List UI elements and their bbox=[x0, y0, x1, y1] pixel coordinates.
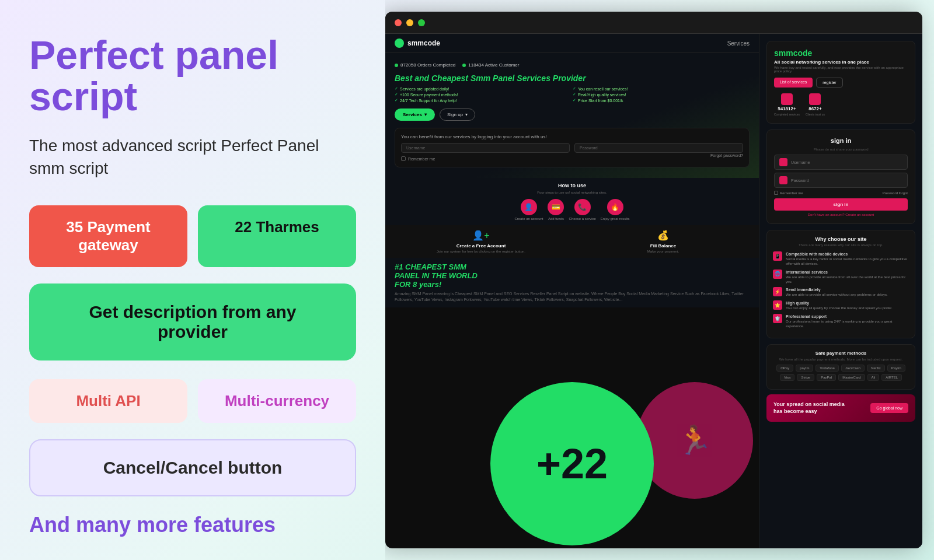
why-item-3: ⚡ Send immediately We are able to provid… bbox=[773, 287, 909, 298]
side-btn-row: List of services register bbox=[774, 78, 908, 88]
side-tagline: All social networking services in one pl… bbox=[774, 60, 908, 65]
remember-me[interactable]: Remember me bbox=[401, 156, 435, 161]
pay-mc: MasterCard bbox=[838, 374, 865, 381]
pink-circle: 🏃 bbox=[636, 382, 753, 499]
why-icon-1: 📱 bbox=[773, 251, 782, 261]
mockup-side: smmcode All social networking services i… bbox=[759, 34, 922, 548]
why-text-4: High quality You can enjoy all quality b… bbox=[786, 300, 893, 311]
how-to-section: How to use Four steps to use us! social … bbox=[385, 178, 759, 225]
why-icon-3: ⚡ bbox=[773, 287, 782, 296]
pay-jazz: JazzCash bbox=[841, 365, 865, 372]
sign-in-btn[interactable]: sign in bbox=[774, 198, 908, 211]
why-item-1: 📱 Compatible with mobile devices Social … bbox=[773, 251, 909, 267]
why-card: Why choose our site There are many reaso… bbox=[766, 230, 915, 338]
feature-2: You can resell our services! bbox=[573, 86, 750, 91]
step-2-icon: 💳 bbox=[548, 199, 564, 215]
get-description-button[interactable]: Get description from any provider bbox=[29, 284, 356, 360]
stat-dot bbox=[395, 64, 398, 67]
why-item-4: ⭐ High quality You can enjoy all quality… bbox=[773, 300, 909, 311]
main-title: Perfect panel script bbox=[29, 34, 356, 118]
pay-visa: Visa bbox=[780, 374, 795, 381]
pay-paypal: PayPal bbox=[817, 374, 836, 381]
api-row: Multi API Multi-currency bbox=[29, 379, 356, 423]
how-title: How to use bbox=[395, 183, 750, 188]
stat-num-1: 541812+ bbox=[778, 106, 796, 111]
signup-btn[interactable]: Sign up ▾ bbox=[440, 108, 475, 121]
left-panel: Perfect panel script The most advanced s… bbox=[0, 0, 385, 560]
maximize-dot bbox=[418, 19, 425, 26]
payment-card: Safe payment methods We have all the pop… bbox=[766, 344, 915, 390]
stat-clients: 8672+ Clients trust us bbox=[806, 93, 825, 116]
stat-completed: 541812+ Completed services bbox=[774, 93, 800, 116]
step-3: 📞 Choose a service bbox=[569, 199, 595, 220]
mock-buttons: Services ▾ Sign up ▾ bbox=[395, 108, 750, 121]
si-password[interactable]: Password bbox=[774, 173, 908, 188]
sign-in-card: sign in Please do not share your passwor… bbox=[766, 130, 915, 224]
step-1-label: Create an account bbox=[514, 217, 543, 220]
cancel-button[interactable]: Cancel/Cancel button bbox=[29, 439, 356, 496]
orders-stat: 872058 Orders Completed bbox=[395, 62, 455, 68]
mockup-scroll-area: smmcode Services 872058 Orders Completed bbox=[385, 34, 922, 548]
fill-desc: Make your payment. bbox=[577, 250, 750, 253]
minimize-dot bbox=[406, 19, 413, 26]
payment-gateway-badge: 35 Payment gateway bbox=[29, 205, 187, 267]
create-icon: 👤+ bbox=[395, 230, 567, 241]
why-text-2: International services We are able to pr… bbox=[786, 270, 909, 285]
create-account-item: 👤+ Create a Free Account Join our system… bbox=[395, 230, 567, 253]
nav-link[interactable]: Services bbox=[727, 40, 750, 47]
feature-5: 24/7 Tech Support for Any help! bbox=[395, 98, 571, 103]
stat-lbl-2: Clients trust us bbox=[806, 113, 825, 116]
register-btn[interactable]: register bbox=[816, 78, 842, 88]
mock-left-content: smmcode Services 872058 Orders Completed bbox=[385, 34, 759, 548]
feature-4: Real/High quality services! bbox=[573, 92, 750, 97]
payment-title: Safe payment methods bbox=[773, 351, 909, 356]
si-forgot-link[interactable]: Password forgot bbox=[883, 191, 908, 195]
step-3-icon: 📞 bbox=[574, 199, 591, 215]
password-input[interactable]: Password bbox=[574, 143, 743, 153]
si-username[interactable]: Username bbox=[774, 155, 908, 170]
si-remember[interactable]: Remember me bbox=[774, 191, 803, 195]
step-4-label: Enjoy great results bbox=[601, 217, 630, 220]
si-create-text: Don't have an account? Create an account bbox=[774, 213, 908, 216]
remember-checkbox[interactable] bbox=[401, 156, 406, 161]
mock-hero: 872058 Orders Completed 118434 Active Cu… bbox=[385, 53, 759, 178]
step-1: 👤 Create an account bbox=[514, 199, 543, 220]
login-input-row: Username Password bbox=[401, 143, 743, 153]
pay-voda: Vodafone bbox=[815, 365, 838, 372]
mock-steps: 👤 Create an account 💳 Add funds 📞 Choose… bbox=[395, 199, 750, 220]
payment-logos: OPay paytm Vodafone JazzCash Netflix Pay… bbox=[773, 365, 909, 372]
payment-sub: We have all the popular payment methods.… bbox=[773, 358, 909, 361]
feature-1: Services are updated daily! bbox=[395, 86, 571, 91]
circle-number: +22 bbox=[536, 440, 608, 488]
side-stats: 541812+ Completed services 8672+ Clients… bbox=[774, 93, 908, 116]
stat-icon-2 bbox=[809, 93, 821, 105]
forgot-link[interactable]: Forgot password? bbox=[710, 153, 743, 158]
pay-netflix: Netflix bbox=[867, 365, 885, 372]
pay-airtel: AIRTEL bbox=[881, 374, 902, 381]
step-4-icon: 🔥 bbox=[607, 199, 623, 215]
why-icon-2: 🌐 bbox=[773, 270, 782, 279]
mock-stats: 872058 Orders Completed 118434 Active Cu… bbox=[395, 62, 750, 68]
mockup-topbar bbox=[385, 12, 922, 34]
username-input[interactable]: Username bbox=[401, 143, 570, 153]
mock-bottom: #1 CHEAPEST SMM PANEL IN THE WORLD FOR 8… bbox=[385, 258, 759, 307]
subtitle: The most advanced script Perfect Panel s… bbox=[29, 134, 356, 180]
step-2-label: Add funds bbox=[548, 217, 564, 220]
stat-num-2: 8672+ bbox=[808, 106, 821, 111]
si-checkbox[interactable] bbox=[774, 191, 778, 195]
step-1-icon: 👤 bbox=[521, 199, 537, 215]
brand-card: smmcode All social networking services i… bbox=[766, 41, 915, 124]
pay-ali: Ali bbox=[867, 374, 880, 381]
list-services-btn[interactable]: List of services bbox=[774, 78, 813, 88]
green-circle: +22 bbox=[490, 382, 654, 545]
why-text-1: Compatible with mobile devices Social me… bbox=[786, 251, 909, 267]
why-text-3: Send immediately We are able to provide … bbox=[786, 287, 888, 298]
spread-btn[interactable]: Go global now bbox=[870, 403, 908, 413]
payment-logos-2: Visa Stripe PayPal MasterCard Ali AIRTEL bbox=[773, 374, 909, 381]
mockup-container: smmcode Services 872058 Orders Completed bbox=[385, 12, 922, 548]
themes-badge: 22 Tharmes bbox=[198, 205, 356, 267]
sign-in-title: sign in bbox=[774, 137, 908, 144]
side-desc: We have buy and tested carefully, and no… bbox=[774, 66, 908, 73]
services-btn[interactable]: Services ▾ bbox=[395, 108, 435, 121]
how-sub: Four steps to use us! social networking … bbox=[395, 191, 750, 194]
